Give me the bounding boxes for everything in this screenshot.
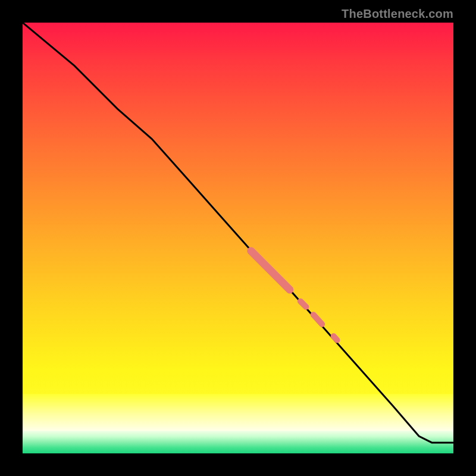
- highlight-segment-1: [300, 301, 306, 306]
- highlight-segment-2: [314, 315, 322, 324]
- attribution-label: TheBottleneck.com: [342, 7, 453, 21]
- highlight-segment-0: [251, 251, 290, 290]
- chart-container: TheBottleneck.com: [0, 0, 476, 476]
- highlight-segment-3: [334, 336, 337, 340]
- plot-area: [23, 23, 453, 453]
- main-curve: [23, 23, 453, 443]
- curve-layer: [23, 23, 453, 453]
